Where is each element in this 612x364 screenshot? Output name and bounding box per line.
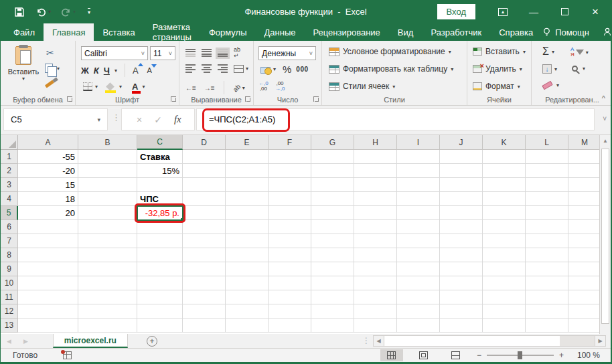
cell-I1[interactable] [397,150,440,164]
scroll-left-button[interactable]: ◀ [373,335,384,347]
cell-A8[interactable] [18,248,78,262]
cell-B10[interactable] [78,276,137,290]
cell-H9[interactable] [354,262,397,276]
cell-L2[interactable] [526,164,568,178]
decrease-indent-button[interactable]: ←≡ [183,83,198,93]
font-size-combo[interactable]: 11 ˅ [150,46,175,60]
cell-M4[interactable] [568,192,601,206]
row-header-12[interactable]: 12 [1,304,18,318]
cell-D8[interactable] [183,248,226,262]
cell-E4[interactable] [226,192,269,206]
cell-K10[interactable] [483,276,526,290]
cell-A2[interactable]: -20 [18,164,78,178]
cell-D5[interactable] [183,206,226,220]
cell-H1[interactable] [354,150,397,164]
bold-button[interactable]: Ж [81,66,89,76]
cell-C6[interactable] [137,220,183,234]
cut-button[interactable]: ✂ [46,48,54,58]
cell-E13[interactable] [226,318,269,333]
cell-L7[interactable] [526,234,568,248]
cell-A5[interactable]: 20 [18,206,78,220]
cell-K13[interactable] [483,318,526,333]
confirm-entry-button[interactable]: ✓ [154,114,162,125]
row-header-10[interactable]: 10 [1,276,18,290]
cell-F11[interactable] [269,290,311,304]
cell-E2[interactable] [226,164,269,178]
format-painter-button[interactable] [45,82,54,86]
column-header-H[interactable]: H [354,135,397,150]
cell-E11[interactable] [226,290,269,304]
new-sheet-button[interactable]: + [147,336,157,347]
cell-K5[interactable] [483,206,526,220]
align-middle-button[interactable] [200,48,214,59]
row-header-3[interactable]: 3 [1,178,18,192]
customize-quick-access-button[interactable]: ▾ [85,4,93,20]
percent-style-button[interactable]: % [283,64,291,75]
row-header-1[interactable]: 1 [1,150,18,164]
cell-C2[interactable]: 15% [137,164,183,178]
cell-C1[interactable]: Ставка [137,150,183,164]
cell-B9[interactable] [78,262,137,276]
fill-color-button[interactable]: ▾ [103,82,124,91]
cell-J13[interactable] [440,318,483,333]
cell-H11[interactable] [354,290,397,304]
cell-E12[interactable] [226,304,269,318]
font-dialog-launcher[interactable] [171,96,176,102]
tab-scrollbar-splitter[interactable]: ⋮ [362,336,370,345]
cell-J2[interactable] [440,164,483,178]
cell-H2[interactable] [354,164,397,178]
cell-M11[interactable] [568,290,601,304]
column-header-E[interactable]: E [226,135,269,150]
cell-M8[interactable] [568,248,601,262]
name-box[interactable]: C5 ▾ [3,108,108,130]
cell-G11[interactable] [311,290,354,304]
cell-B3[interactable] [78,178,137,192]
cell-K3[interactable] [483,178,526,192]
number-format-combo[interactable]: Денежны ˅ [258,46,316,60]
cell-D12[interactable] [183,304,226,318]
cell-A4[interactable]: 18 [18,192,78,206]
sheet-tab-microexcel[interactable]: microexcel.ru [53,334,128,348]
cell-K2[interactable] [483,164,526,178]
cell-E5[interactable] [226,206,269,220]
cell-L9[interactable] [526,262,568,276]
cell-F9[interactable] [269,262,311,276]
cell-L11[interactable] [526,290,568,304]
fill-handle[interactable] [180,217,183,220]
cell-E1[interactable] [226,150,269,164]
ribbon-tab[interactable]: Вставка [94,23,143,41]
cell-H3[interactable] [354,178,397,192]
column-header-M[interactable]: M [568,135,601,150]
underline-dropdown-icon[interactable]: ▾ [114,68,117,74]
row-header-2[interactable]: 2 [1,164,18,178]
cell-C8[interactable] [137,248,183,262]
cell-L4[interactable] [526,192,568,206]
cell-F8[interactable] [269,248,311,262]
maximize-button[interactable] [549,0,580,23]
cell-M13[interactable] [568,318,601,333]
cell-I13[interactable] [397,318,440,333]
cell-M3[interactable] [568,178,601,192]
column-header-J[interactable]: J [440,135,483,150]
ribbon-tab[interactable]: Разработчик [422,23,490,41]
assistant-button[interactable]: Помощн [542,27,589,37]
align-bottom-button[interactable] [216,48,230,59]
cell-F2[interactable] [269,164,311,178]
cell-G3[interactable] [311,178,354,192]
cell-C7[interactable] [137,234,183,248]
grow-font-button[interactable]: А [133,66,139,76]
next-sheet-button[interactable]: ▶ [17,334,34,348]
insert-cells-button[interactable]: Вставить▾ [473,47,526,56]
cell-H12[interactable] [354,304,397,318]
wrap-text-button[interactable]: ab↵ [232,46,242,60]
cell-J6[interactable] [440,220,483,234]
cell-M7[interactable] [568,234,601,248]
cell-K4[interactable] [483,192,526,206]
column-header-C[interactable]: C [137,135,183,150]
cell-B12[interactable] [78,304,137,318]
cell-D11[interactable] [183,290,226,304]
cell-G10[interactable] [311,276,354,290]
page-break-view-button[interactable] [445,349,467,361]
cell-D2[interactable] [183,164,226,178]
align-left-button[interactable] [183,63,198,74]
